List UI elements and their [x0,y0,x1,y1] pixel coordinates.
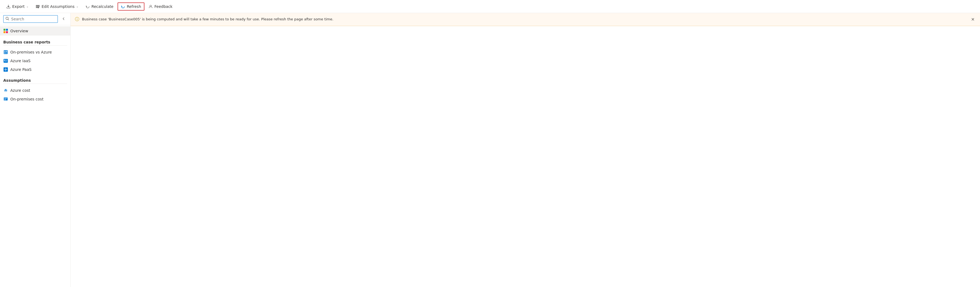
svg-rect-8 [6,31,8,33]
on-premises-vs-azure-label: On-premises vs Azure [10,50,52,54]
svg-rect-15 [4,60,5,61]
section-label-assumptions: Assumptions [0,74,70,84]
notification-close-button[interactable]: ✕ [970,16,976,22]
notification-message: Business case 'BusinessCase005' is being… [82,17,967,22]
azure-cost-icon [3,88,8,93]
svg-rect-6 [6,29,8,31]
recalculate-icon [86,4,90,9]
azure-paas-icon [3,67,8,72]
svg-point-19 [5,89,6,91]
edit-assumptions-icon [35,4,40,9]
sidebar: Overview Business case reports On-premis… [0,13,71,287]
svg-rect-1 [36,6,40,7]
feedback-label: Feedback [154,4,173,9]
edit-assumptions-label: Edit Assumptions [41,4,75,9]
export-button[interactable]: Export ⌄ [3,2,32,11]
export-icon [6,4,11,9]
overview-label: Overview [10,29,28,33]
azure-paas-label: Azure PaaS [10,67,32,72]
svg-rect-7 [3,31,5,33]
toolbar: Export ⌄ Edit Assumptions ⌄ Recalculate … [0,0,980,13]
search-input[interactable] [3,15,58,23]
search-row [0,13,70,25]
content-area: ⓘ Business case 'BusinessCase005' is bei… [71,13,980,287]
export-chevron-icon: ⌄ [26,5,29,8]
on-premises-cost-label: On-premises cost [10,97,43,101]
svg-rect-22 [4,99,6,99]
export-label: Export [12,4,25,9]
svg-rect-12 [4,53,5,54]
svg-rect-0 [36,5,40,6]
sidebar-item-overview[interactable]: Overview [0,26,70,35]
azure-iaas-label: Azure IaaS [10,59,30,63]
sidebar-item-on-premises-vs-azure[interactable]: On-premises vs Azure [0,48,70,56]
main-area: Overview Business case reports On-premis… [0,13,980,287]
overview-icon [3,29,8,33]
collapse-sidebar-button[interactable] [60,16,67,22]
azure-iaas-icon [3,58,8,63]
feedback-button[interactable]: Feedback [145,2,176,11]
svg-rect-13 [6,53,7,54]
sidebar-item-azure-iaas[interactable]: Azure IaaS [0,56,70,65]
svg-rect-9 [4,50,8,54]
on-premises-vs-azure-icon [3,50,8,54]
edit-assumptions-chevron-icon: ⌄ [76,5,78,8]
notification-warning-icon: ⓘ [75,17,79,22]
recalculate-label: Recalculate [91,4,113,9]
svg-rect-10 [4,51,5,52]
svg-rect-5 [3,29,5,31]
refresh-icon [121,4,125,9]
refresh-button[interactable]: Refresh [118,2,145,11]
svg-rect-21 [4,98,7,99]
svg-rect-11 [6,51,7,52]
sidebar-item-azure-cost[interactable]: Azure cost [0,86,70,95]
recalculate-button[interactable]: Recalculate [83,2,116,11]
svg-rect-14 [3,59,8,63]
feedback-icon [148,4,153,9]
edit-assumptions-button[interactable]: Edit Assumptions ⌄ [33,2,81,11]
section-divider-reports [3,45,67,46]
azure-cost-label: Azure cost [10,88,30,92]
svg-rect-23 [4,100,6,100]
svg-rect-16 [4,61,7,62]
sidebar-item-azure-paas[interactable]: Azure PaaS [0,65,70,74]
notification-banner: ⓘ Business case 'BusinessCase005' is bei… [71,13,980,26]
on-premises-cost-icon [3,97,8,102]
refresh-label: Refresh [127,4,141,9]
svg-rect-17 [6,60,7,61]
sidebar-item-on-premises-cost[interactable]: On-premises cost [0,95,70,104]
section-label-business-case-reports: Business case reports [0,35,70,45]
sidebar-nav: Overview Business case reports On-premis… [0,25,70,105]
svg-point-3 [150,5,151,7]
